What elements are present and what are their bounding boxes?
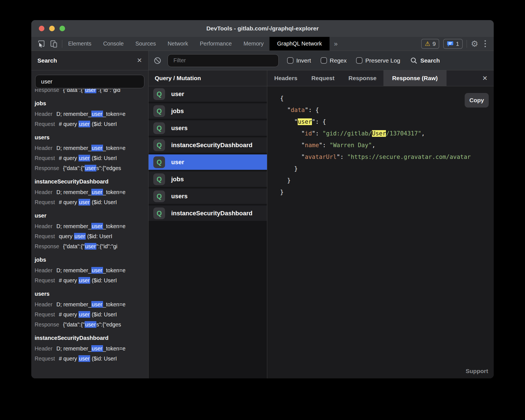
settings-gear-icon[interactable]: ⚙ — [471, 40, 478, 48]
kebab-menu-icon[interactable] — [482, 40, 488, 47]
search-result-line[interactable]: Request# query user ($id: UserI — [35, 119, 148, 129]
query-row-user[interactable]: Quser — [149, 86, 267, 102]
tab-memory[interactable]: Memory — [238, 37, 269, 51]
json-token: "gid://gitlab/ — [323, 130, 372, 137]
match-highlight: user — [298, 118, 312, 125]
result-line-label: Request — [35, 311, 55, 318]
query-row-label: users — [171, 125, 188, 132]
search-result-line[interactable]: Request# query user ($id: UserI — [35, 309, 148, 319]
result-text: _token=e — [103, 189, 126, 195]
query-row-label: jobs — [171, 176, 184, 183]
search-result-line[interactable]: HeaderD; remember_user_token=e — [35, 343, 148, 354]
network-search-toggle[interactable]: Search — [410, 57, 440, 64]
checkbox-preserve-log[interactable]: Preserve Log — [356, 57, 400, 64]
result-text: {"data":{" — [63, 243, 85, 249]
search-result-line[interactable]: Request# query user ($id: UserI — [35, 153, 148, 163]
search-result-line[interactable]: HeaderD; remember_user_token=e — [35, 187, 148, 197]
regex-checkbox[interactable] — [321, 57, 327, 64]
device-toolbar-icon[interactable] — [50, 40, 58, 48]
detail-tab-response[interactable]: Response — [342, 70, 383, 86]
match-highlight: user — [78, 155, 90, 161]
result-line-label: Header — [35, 223, 52, 229]
result-text: query — [59, 233, 74, 239]
json-token: " — [280, 118, 298, 125]
search-result-line[interactable]: Response{"data":{"user":{"id":"gi — [35, 241, 148, 251]
search-result-group-title[interactable]: instanceSecurityDashboard — [35, 332, 148, 343]
tab-graphql-network[interactable]: GraphQL Network — [269, 37, 329, 51]
query-row-user[interactable]: Quser — [149, 154, 267, 170]
result-text: ($id: UserI — [90, 199, 117, 205]
json-token: " — [280, 107, 291, 113]
result-text: D; remember_ — [56, 267, 91, 273]
query-row-jobs[interactable]: Qjobs — [149, 103, 267, 119]
detail-tab-headers[interactable]: Headers — [267, 70, 304, 86]
query-row-label: user — [171, 90, 184, 98]
detail-tab-request[interactable]: Request — [304, 70, 342, 86]
warning-count: 9 — [433, 40, 436, 47]
match-highlight: user — [74, 233, 86, 240]
filter-input[interactable] — [168, 54, 279, 67]
search-result-line[interactable]: HeaderD; remember_user_token=e — [35, 299, 148, 309]
search-result-group-title[interactable]: users — [35, 288, 148, 299]
search-result-line[interactable]: HeaderD; remember_user_token=e — [35, 265, 148, 275]
json-token: } — [280, 177, 291, 184]
json-token: " — [280, 142, 305, 149]
preserve-log-label: Preserve Log — [365, 57, 400, 64]
query-row-instancesecuritydashboard[interactable]: QinstanceSecurityDashboard — [149, 206, 267, 221]
query-row-jobs[interactable]: Qjobs — [149, 171, 267, 187]
support-link[interactable]: Support — [466, 368, 488, 374]
detail-tab-response-raw[interactable]: Response (Raw) — [383, 70, 446, 86]
clear-filter-icon[interactable] — [154, 57, 161, 65]
match-highlight: user — [91, 189, 103, 195]
query-type-badge: Q — [153, 139, 165, 151]
json-token: "https://secure.gravatar.com/avatar — [347, 154, 471, 160]
json-line: } — [280, 186, 494, 198]
search-result-line[interactable]: Response{"data":{"users":{"edges — [35, 163, 148, 173]
tab-console[interactable]: Console — [97, 37, 129, 51]
search-result-group-title[interactable]: jobs — [35, 98, 148, 109]
json-token: ": — [337, 154, 347, 160]
query-list-header: Query / Mutation — [149, 70, 267, 86]
search-result-group-title[interactable]: instanceSecurityDashboard — [35, 176, 148, 187]
result-text: {"data":{" — [63, 165, 85, 171]
close-detail-icon[interactable]: ✕ — [482, 70, 494, 86]
copy-button[interactable]: Copy — [465, 93, 489, 108]
search-result-line[interactable]: Request# query user ($id: UserI — [35, 275, 148, 285]
search-result-line[interactable]: Request# query user ($id: UserI — [35, 354, 148, 364]
result-line-label: Header — [35, 145, 52, 151]
close-search-drawer-icon[interactable]: ✕ — [137, 57, 142, 64]
search-result-group-title[interactable]: jobs — [35, 254, 148, 265]
query-list-panel: Query / Mutation QuserQjobsQusersQinstan… — [149, 70, 267, 378]
search-result-line[interactable]: Response{"data":{"user":{"id":"gid — [35, 89, 148, 95]
tab-elements[interactable]: Elements — [62, 37, 97, 51]
search-result-line[interactable]: Request# query user ($id: UserI — [35, 197, 148, 207]
checkbox-regex[interactable]: Regex — [321, 57, 347, 64]
search-result-line[interactable]: HeaderD; remember_user_token=e — [35, 221, 148, 231]
preserve-log-checkbox[interactable] — [356, 57, 362, 64]
tab-network[interactable]: Network — [162, 37, 194, 51]
search-input[interactable] — [35, 75, 144, 88]
search-result-group-title[interactable]: users — [35, 132, 148, 143]
json-code: { "data": { "user": { "id": "gid://gitla… — [280, 92, 494, 198]
checkbox-invert[interactable]: Invert — [287, 57, 311, 64]
result-line-label: Header — [35, 345, 52, 352]
filter-bar: Search ✕ InvertRegexPreserve Log Search — [31, 51, 494, 70]
invert-checkbox[interactable] — [287, 57, 293, 64]
search-result-line[interactable]: HeaderD; remember_user_token=e — [35, 143, 148, 153]
tab-sources[interactable]: Sources — [130, 37, 162, 51]
search-result-group-title[interactable]: user — [35, 210, 148, 221]
issues-badge[interactable]: 1 — [443, 39, 463, 49]
query-row-users[interactable]: Qusers — [149, 188, 267, 204]
inspect-element-icon[interactable] — [37, 40, 46, 48]
more-tabs-chevron-icon[interactable]: » — [330, 37, 342, 51]
result-text: # query — [59, 155, 78, 161]
query-row-users[interactable]: Qusers — [149, 120, 267, 136]
warnings-badge[interactable]: ⚠ 9 — [421, 39, 439, 49]
search-result-line[interactable]: Response{"data":{"users":{"edges — [35, 319, 148, 330]
json-line: "id": "gid://gitlab/User/13704317", — [280, 128, 494, 139]
query-row-instancesecuritydashboard[interactable]: QinstanceSecurityDashboard — [149, 137, 267, 153]
query-type-badge: Q — [153, 173, 165, 185]
search-result-line[interactable]: Requestquery user ($id: UserI — [35, 231, 148, 241]
search-result-line[interactable]: HeaderD; remember_user_token=e — [35, 109, 148, 119]
tab-performance[interactable]: Performance — [194, 37, 238, 51]
